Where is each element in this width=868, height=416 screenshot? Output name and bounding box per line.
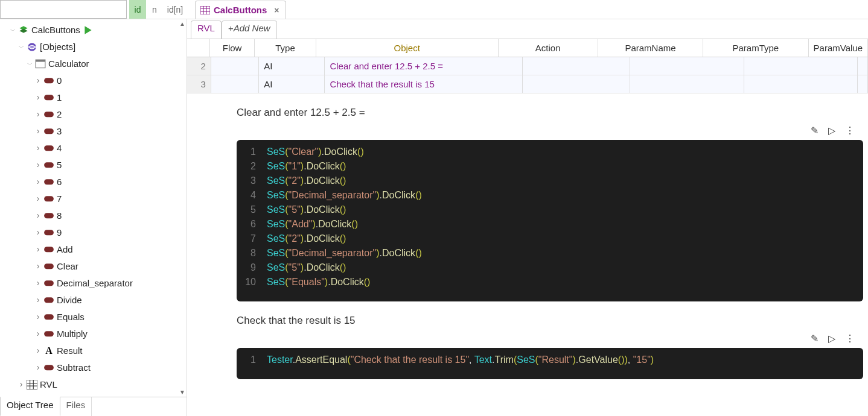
more-icon[interactable]: ⋮	[845, 333, 855, 344]
cell-action[interactable]	[523, 75, 631, 93]
wand-icon[interactable]: ✎	[811, 333, 819, 344]
svg-rect-28	[44, 365, 54, 371]
chevron-right-icon[interactable]	[34, 241, 42, 258]
tree-node-objects[interactable]: [Objects]	[0, 39, 187, 55]
tree-node-calculator[interactable]: Calculator	[0, 55, 187, 72]
wand-icon[interactable]: ✎	[811, 125, 819, 136]
tree-label: Clear	[57, 258, 78, 275]
cell-flow[interactable]	[211, 75, 259, 93]
sub-tab-rvl[interactable]: RVL	[191, 20, 222, 39]
svg-rect-29	[27, 380, 37, 389]
cell-paramtype[interactable]	[744, 57, 858, 75]
code-block[interactable]: 1Tester.AssertEqual("Check that the resu…	[237, 348, 863, 379]
tree-node-child-15[interactable]: Multiply	[0, 326, 187, 342]
cell-paramname[interactable]	[630, 75, 744, 93]
sub-tab-add-new[interactable]: Add New	[222, 20, 277, 39]
cell-paramvalue[interactable]	[858, 75, 868, 93]
tree-label: Equals	[57, 309, 85, 326]
code-block[interactable]: 1SeS("Clear").DoClick()2SeS("1").DoClick…	[237, 140, 863, 301]
chevron-right-icon[interactable]	[34, 309, 42, 326]
tree-node-child-6[interactable]: 6	[0, 174, 187, 191]
chevron-right-icon[interactable]	[34, 275, 42, 292]
chevron-right-icon[interactable]	[34, 191, 42, 207]
line-number: 8	[237, 246, 267, 260]
more-icon[interactable]: ⋮	[845, 125, 855, 136]
tree-node-child-8[interactable]: 8	[0, 207, 187, 224]
line-number: 1	[237, 353, 267, 367]
chevron-right-icon[interactable]	[34, 123, 42, 140]
cell-action[interactable]	[523, 57, 631, 75]
tree-node-child-3[interactable]: 3	[0, 123, 187, 140]
tree-scrollbar[interactable]: ▲ ▼	[178, 19, 187, 397]
filter-n-button[interactable]: n	[146, 0, 163, 19]
chevron-right-icon[interactable]	[34, 89, 42, 106]
cell-type[interactable]: AI	[259, 57, 325, 75]
tree-label: 7	[57, 191, 62, 207]
filter-idn-button[interactable]: id[n]	[163, 0, 187, 19]
chevron-right-icon[interactable]	[34, 292, 42, 309]
tab-object-tree[interactable]: Object Tree	[0, 397, 60, 416]
cell-type[interactable]: AI	[259, 75, 325, 93]
cell-object[interactable]: Check that the result is 15	[325, 75, 522, 93]
tree-node-child-5[interactable]: 5	[0, 157, 187, 174]
main-tab-calcbuttons[interactable]: CalcButtons ×	[195, 1, 286, 19]
tree-node-child-12[interactable]: Decimal_separator	[0, 275, 187, 292]
tree-node-child-7[interactable]: 7	[0, 191, 187, 207]
scroll-down-icon[interactable]: ▼	[179, 389, 185, 396]
object-tree[interactable]: CalcButtons [Objects]Calculator012345678…	[0, 19, 187, 393]
chevron-right-icon[interactable]	[34, 359, 42, 376]
cell-paramvalue[interactable]	[858, 57, 868, 75]
run-icon[interactable]: ▷	[828, 125, 835, 136]
tree-node-child-0[interactable]: 0	[0, 72, 187, 89]
chevron-right-icon[interactable]	[34, 174, 42, 191]
filter-input[interactable]	[0, 0, 127, 19]
chevron-down-icon[interactable]	[8, 22, 17, 39]
code-text: Tester.AssertEqual("Check that the resul…	[267, 353, 654, 367]
tree-node-child-4[interactable]: 4	[0, 140, 187, 157]
code-line: 1Tester.AssertEqual("Check that the resu…	[237, 353, 863, 367]
code-line: 7SeS("2").DoClick()	[237, 232, 863, 246]
code-caption: Clear and enter 12.5 + 2.5 =	[237, 107, 863, 119]
cell-object[interactable]: Clear and enter 12.5 + 2.5 =	[325, 57, 522, 75]
play-icon[interactable]	[83, 25, 94, 36]
chevron-down-icon[interactable]	[17, 39, 25, 56]
table-row[interactable]: 3AICheck that the result is 15	[187, 75, 868, 93]
tree-node-root[interactable]: CalcButtons	[0, 22, 187, 39]
tree-node-rvl[interactable]: RVL	[0, 376, 187, 393]
tab-files[interactable]: Files	[60, 397, 92, 416]
cell-flow[interactable]	[211, 57, 259, 75]
col-paramvalue: ParamValue	[809, 39, 868, 57]
tree-node-child-17[interactable]: Subtract	[0, 359, 187, 376]
chevron-right-icon[interactable]	[34, 106, 42, 123]
cell-paramname[interactable]	[630, 57, 744, 75]
filter-id-button[interactable]: id	[129, 0, 146, 19]
tree-node-child-1[interactable]: 1	[0, 89, 187, 106]
chevron-right-icon[interactable]	[34, 207, 42, 224]
chevron-right-icon[interactable]	[34, 258, 42, 275]
chevron-down-icon[interactable]	[25, 55, 34, 73]
cell-paramtype[interactable]	[744, 75, 858, 93]
chevron-right-icon[interactable]	[34, 140, 42, 157]
chevron-right-icon[interactable]	[34, 342, 42, 359]
tree-node-child-9[interactable]: 9	[0, 224, 187, 241]
col-flow: Flow	[210, 39, 255, 57]
chevron-right-icon[interactable]	[34, 224, 42, 241]
table-row[interactable]: 2AIClear and enter 12.5 + 2.5 =	[187, 57, 868, 75]
run-icon[interactable]: ▷	[828, 333, 835, 344]
chevron-right-icon[interactable]	[34, 72, 42, 89]
tree-node-child-14[interactable]: Equals	[0, 309, 187, 326]
chevron-right-icon[interactable]	[17, 376, 25, 393]
tree-label: CalcButtons	[31, 22, 80, 39]
tree-node-child-16[interactable]: AResult	[0, 342, 187, 359]
chevron-right-icon[interactable]	[34, 157, 42, 174]
tree-node-child-10[interactable]: Add	[0, 241, 187, 258]
chevron-right-icon[interactable]	[34, 326, 42, 342]
tree-node-child-13[interactable]: Divide	[0, 292, 187, 309]
svg-rect-25	[44, 298, 54, 303]
svg-rect-14	[44, 112, 54, 118]
scroll-up-icon[interactable]: ▲	[179, 20, 185, 27]
tree-node-child-2[interactable]: 2	[0, 106, 187, 123]
tree-node-child-11[interactable]: Clear	[0, 258, 187, 275]
code-text: SeS("Clear").DoClick()	[267, 145, 364, 159]
close-icon[interactable]: ×	[270, 5, 279, 15]
